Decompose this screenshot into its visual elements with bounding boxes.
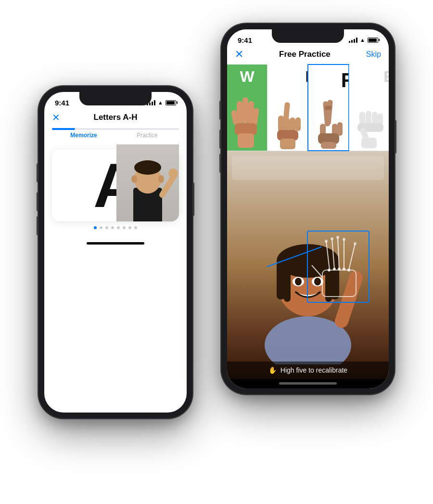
dot-6 xyxy=(128,226,131,229)
tab-memorize[interactable]: Memorize xyxy=(52,132,115,139)
hand-skeleton-svg xyxy=(308,232,370,304)
nav-bar-back: ✕ Letters A-H xyxy=(44,109,187,124)
svg-point-59 xyxy=(343,268,345,271)
skip-button[interactable]: Skip xyxy=(366,50,381,59)
dot-1 xyxy=(100,226,102,229)
tab-practice[interactable]: Practice xyxy=(115,132,179,139)
svg-rect-16 xyxy=(284,117,290,132)
dot-2 xyxy=(105,226,108,229)
instructor-svg xyxy=(116,144,179,221)
page-dots xyxy=(94,221,137,231)
time-back: 9:41 xyxy=(55,99,69,107)
svg-rect-17 xyxy=(290,117,295,132)
svg-rect-26 xyxy=(337,122,343,136)
progress-fill xyxy=(52,128,75,130)
notch-front xyxy=(272,29,344,43)
nav-title-back: Letters A-H xyxy=(94,113,138,122)
svg-line-55 xyxy=(312,265,322,277)
calibrate-text: High five to recalibrate xyxy=(280,366,347,374)
home-indicator-front xyxy=(227,379,389,388)
hand-i-svg xyxy=(268,88,307,150)
svg-point-60 xyxy=(347,269,350,271)
hand-w-svg xyxy=(228,88,267,150)
phones-container: 9:41 ▲ ✕ Letters A-H xyxy=(29,24,404,481)
home-indicator-back xyxy=(44,239,187,248)
room-shelf xyxy=(232,156,384,180)
svg-point-4 xyxy=(158,175,164,183)
calibrate-bar: ✋ High five to recalibrate xyxy=(227,362,389,379)
time-front: 9:41 xyxy=(238,36,252,44)
status-icons-back: ▲ xyxy=(147,100,176,105)
svg-line-50 xyxy=(326,241,330,270)
svg-point-65 xyxy=(354,242,357,245)
status-icons-front: ▲ xyxy=(349,37,378,43)
close-button-back[interactable]: ✕ xyxy=(52,113,60,122)
svg-rect-7 xyxy=(242,97,248,124)
flashcard[interactable]: A xyxy=(52,149,179,221)
svg-line-54 xyxy=(349,244,355,270)
tile-w[interactable]: W xyxy=(227,65,267,151)
svg-rect-35 xyxy=(361,138,377,148)
hand-e-svg xyxy=(350,88,388,150)
phone-back: 9:41 ▲ ✕ Letters A-H xyxy=(38,86,192,418)
svg-rect-49 xyxy=(322,270,356,297)
svg-rect-15 xyxy=(278,116,284,132)
notch-back xyxy=(79,92,152,105)
dot-4 xyxy=(117,226,120,229)
tile-e[interactable]: E xyxy=(349,65,389,151)
home-bar-back xyxy=(87,242,144,245)
svg-rect-13 xyxy=(238,133,254,148)
svg-rect-31 xyxy=(372,112,378,125)
svg-point-45 xyxy=(295,278,302,285)
tile-letter-e: E xyxy=(383,68,389,86)
svg-point-6 xyxy=(168,168,178,178)
svg-point-64 xyxy=(343,238,345,241)
svg-point-58 xyxy=(338,268,341,271)
svg-line-51 xyxy=(332,239,334,269)
svg-point-56 xyxy=(328,269,331,271)
phone-front: 9:41 ▲ ✕ Free Practice Skip xyxy=(221,24,395,394)
dot-0 xyxy=(94,226,97,229)
dot-7 xyxy=(134,226,137,229)
nav-title-front: Free Practice xyxy=(279,50,331,59)
close-button-front[interactable]: ✕ xyxy=(235,48,243,61)
flashcard-area: A xyxy=(44,144,187,239)
nav-bar-front: ✕ Free Practice Skip xyxy=(227,46,389,65)
svg-point-3 xyxy=(131,175,137,183)
tile-r[interactable]: R xyxy=(307,64,349,151)
svg-rect-42 xyxy=(284,268,291,302)
svg-point-63 xyxy=(336,236,339,239)
letter-tiles-row: W I xyxy=(227,65,389,151)
phone-back-screen: 9:41 ▲ ✕ Letters A-H xyxy=(44,92,187,413)
dot-5 xyxy=(123,226,126,229)
svg-rect-18 xyxy=(295,117,301,131)
instructor-image xyxy=(116,144,179,221)
svg-rect-30 xyxy=(366,111,371,125)
phone-front-screen: 9:41 ▲ ✕ Free Practice Skip xyxy=(227,29,389,388)
tile-i[interactable]: I xyxy=(267,65,308,151)
battery-icon-back xyxy=(166,100,176,105)
svg-rect-28 xyxy=(321,142,336,149)
hand-tracking-box xyxy=(307,231,369,303)
svg-point-2 xyxy=(134,160,161,175)
svg-point-61 xyxy=(325,240,328,243)
instructor-figure xyxy=(116,144,179,221)
svg-rect-29 xyxy=(359,112,365,125)
home-bar-front xyxy=(279,382,337,385)
progress-area: Memorize Practice xyxy=(44,124,187,144)
svg-line-52 xyxy=(338,237,339,269)
hand-icon: ✋ xyxy=(268,366,277,374)
progress-track xyxy=(52,128,179,130)
camera-view: ✋ High five to recalibrate xyxy=(227,151,389,379)
wifi-icon-front: ▲ xyxy=(360,37,365,43)
svg-rect-20 xyxy=(280,139,295,149)
svg-point-62 xyxy=(331,237,333,240)
hand-r-svg xyxy=(309,91,348,149)
dot-3 xyxy=(111,226,114,229)
tab-labels: Memorize Practice xyxy=(52,130,179,142)
svg-point-57 xyxy=(333,268,336,271)
battery-icon-front xyxy=(368,38,378,43)
tile-letter-w: W xyxy=(240,68,254,86)
tile-letter-r: R xyxy=(341,69,349,92)
wifi-icon-back: ▲ xyxy=(158,100,163,105)
